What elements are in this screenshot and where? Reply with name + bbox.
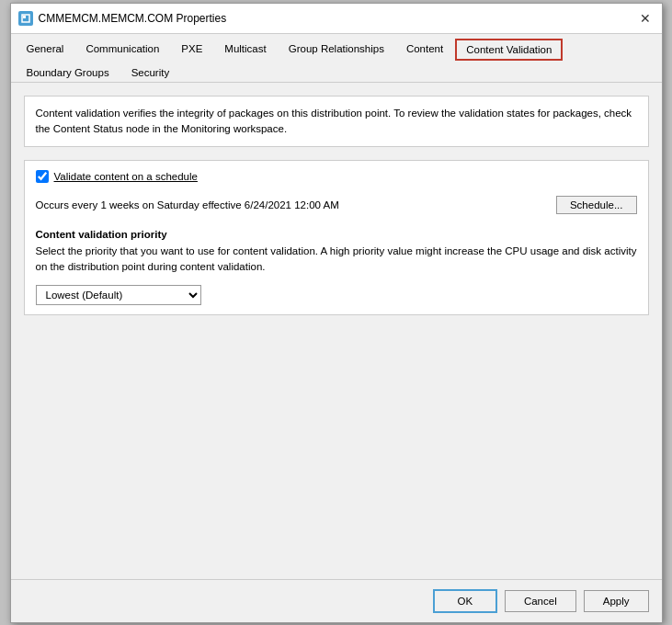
svg-rect-1	[23, 16, 26, 18]
description-text: Content validation verifies the integrit…	[36, 108, 632, 134]
tab-content-validation[interactable]: Content Validation	[455, 39, 563, 61]
tab-multicast[interactable]: Multicast	[214, 39, 276, 61]
tab-group-relationships[interactable]: Group Relationships	[279, 39, 394, 61]
schedule-text: Occurs every 1 weeks on Saturday effecti…	[36, 199, 339, 210]
priority-description: Select the priority that you want to use…	[36, 244, 637, 276]
properties-dialog: CMMEMCM.MEMCM.COM Properties ✕ General C…	[10, 3, 663, 623]
tab-pxe[interactable]: PXE	[171, 39, 212, 61]
title-bar: CMMEMCM.MEMCM.COM Properties ✕	[11, 4, 662, 34]
checkbox-row: Validate content on a schedule	[36, 170, 637, 183]
tab-boundary-groups[interactable]: Boundary Groups	[17, 62, 120, 83]
button-bar: OK Cancel Apply	[11, 579, 662, 622]
priority-section: Content validation priority Select the p…	[36, 229, 637, 305]
close-button[interactable]: ✕	[636, 9, 655, 28]
validate-schedule-checkbox[interactable]	[36, 170, 49, 183]
window-icon	[18, 11, 33, 26]
content-area: Content validation verifies the integrit…	[11, 83, 662, 579]
window-title: CMMEMCM.MEMCM.COM Properties	[39, 12, 636, 25]
tab-security[interactable]: Security	[121, 62, 180, 83]
validate-schedule-label[interactable]: Validate content on a schedule	[54, 171, 198, 182]
ok-button[interactable]: OK	[433, 589, 497, 613]
tabs-container: General Communication PXE Multicast Grou…	[11, 34, 662, 83]
priority-select[interactable]: Lowest (Default) Low Medium High	[36, 285, 201, 305]
cancel-button[interactable]: Cancel	[505, 590, 576, 612]
description-box: Content validation verifies the integrit…	[24, 96, 649, 148]
priority-title: Content validation priority	[36, 229, 637, 240]
schedule-button[interactable]: Schedule...	[556, 196, 637, 214]
tab-content[interactable]: Content	[396, 39, 453, 61]
tab-communication[interactable]: Communication	[75, 39, 169, 61]
settings-section: Validate content on a schedule Occurs ev…	[24, 160, 649, 315]
tab-general[interactable]: General	[17, 39, 74, 61]
apply-button[interactable]: Apply	[584, 590, 649, 612]
schedule-row: Occurs every 1 weeks on Saturday effecti…	[36, 192, 637, 218]
